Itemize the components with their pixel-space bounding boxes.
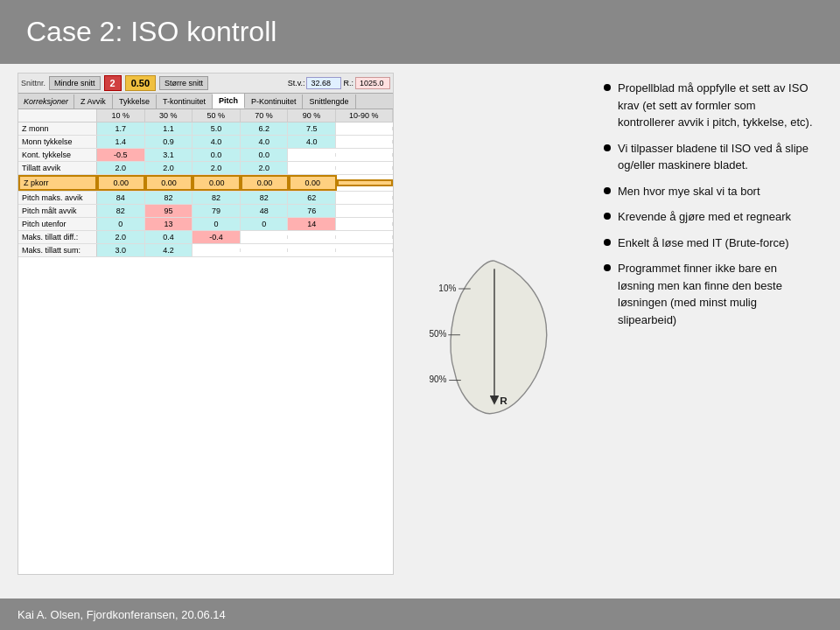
table-row: Maks. tillatt sum:3.04.2 (18, 244, 393, 257)
pitch-value: 0.50 (125, 75, 156, 91)
table-row: Maks. tillatt diff.:2.00.4-0.4 (18, 231, 393, 244)
footer-text: Kai A. Olsen, Fjordkonferansen, 20.06.14 (18, 608, 226, 621)
list-item: Propellblad må oppfylle et sett av ISO k… (604, 80, 814, 131)
svg-text:50%: 50% (429, 329, 446, 339)
tab-pitch[interactable]: Pitch (213, 94, 245, 108)
table-row: Monn tykkelse1.40.94.04.04.0 (18, 136, 393, 149)
stv-value: 32.68 (306, 77, 341, 89)
data-cell: 82 (241, 192, 289, 204)
data-cell: 3.0 (97, 244, 145, 256)
data-cell (288, 248, 336, 252)
data-cell: 82 (192, 192, 241, 204)
data-cell: -0.4 (192, 231, 241, 243)
data-cell: 2.0 (192, 162, 241, 174)
data-cell (241, 248, 289, 252)
bullet-dot-icon (604, 84, 611, 91)
r-value: 1025.0 (355, 77, 390, 89)
data-cell (336, 196, 393, 200)
pct-10: 10 % (97, 109, 145, 122)
bullet-dot-icon (604, 239, 611, 246)
data-cell (336, 235, 393, 239)
row-label: Z monn (18, 122, 97, 135)
svg-text:R: R (500, 395, 508, 407)
pct-70: 70 % (241, 109, 289, 122)
data-cell: -0.5 (97, 149, 145, 161)
tab-tkontinuitet[interactable]: T-kontinuitet (157, 94, 213, 108)
snitt-number: 2 (104, 75, 122, 91)
data-cell (336, 222, 393, 226)
stv-field: St.v.: 32.68 R.: 1025.0 (288, 77, 390, 89)
tab-snittlengde[interactable]: Snittlengde (303, 94, 355, 108)
storre-snitt-button[interactable]: Større snitt (159, 76, 208, 90)
list-item: Krevende å gjøre med et regneark (604, 208, 814, 226)
data-cell (288, 166, 336, 170)
table-row: Pitch målt avvik8295794876 (18, 205, 393, 218)
svg-text:10%: 10% (438, 284, 456, 293)
korreksjoner-label: Korreksjoner (18, 94, 74, 108)
data-cell (288, 153, 336, 157)
data-cell (336, 153, 393, 157)
bullet-text: Enkelt å løse med IT (Brute-force) (618, 234, 789, 252)
row-label: Monn tykkelse (18, 136, 97, 148)
data-cell: 2.0 (145, 162, 193, 174)
data-cell: 84 (97, 192, 145, 204)
row-label: Pitch utenfor (18, 218, 97, 230)
stv-label: St.v.: (288, 79, 305, 88)
list-item: Vi tilpasser bladene til ISO ved å slipe… (604, 140, 814, 174)
data-cell: 0.00 (192, 175, 241, 191)
pct-header-row: 10 % 30 % 50 % 70 % 90 % 10-90 % (18, 109, 393, 122)
data-cell: 7.5 (288, 122, 336, 135)
data-cell (241, 235, 289, 239)
row-label: Maks. tillatt sum: (18, 244, 97, 256)
data-cell: 95 (145, 205, 193, 217)
data-cell (192, 248, 241, 252)
data-cell: 5.0 (192, 122, 241, 135)
data-cell: 4.0 (192, 136, 241, 148)
data-cell: 0 (241, 218, 289, 230)
pct-50: 50 % (192, 109, 241, 122)
data-cell: 82 (97, 205, 145, 217)
data-cell: 6.2 (241, 122, 289, 135)
tab-tykkelse[interactable]: Tykkelse (113, 94, 157, 108)
data-cell: 76 (288, 205, 336, 217)
data-cell: 2.0 (97, 231, 145, 243)
data-cell: 0.4 (145, 231, 193, 243)
data-cell: 0.00 (97, 175, 145, 191)
data-cell: 0.00 (241, 175, 289, 191)
svg-text:90%: 90% (429, 374, 446, 384)
mindre-snitt-button[interactable]: Mindre snitt (49, 76, 101, 90)
pct-empty-label (18, 109, 97, 122)
data-cell: 0.00 (145, 175, 193, 191)
snitt-bar: Snittnr. Mindre snitt 2 0.50 Større snit… (18, 74, 393, 94)
table-row: Z monn1.71.15.06.27.5 (18, 122, 393, 136)
data-cell (336, 127, 393, 130)
data-cell: 4.0 (288, 136, 336, 148)
bullet-dot-icon (604, 264, 611, 271)
footer: Kai A. Olsen, Fjordkonferansen, 20.06.14 (0, 598, 840, 630)
tab-zavvik[interactable]: Z Avvik (74, 94, 113, 108)
data-cell: 82 (145, 192, 193, 204)
blade-diagram-area: 10% 50% 90% R (402, 90, 586, 575)
data-rows-container: Z monn1.71.15.06.27.5Monn tykkelse1.40.9… (18, 122, 393, 257)
data-cell: 1.1 (145, 122, 193, 135)
snitt-label: Snittnr. (21, 79, 46, 88)
row-label: Pitch maks. avvik (18, 192, 97, 204)
list-item: Programmet finner ikke bare en løsning m… (604, 260, 814, 328)
data-cell: 3.1 (145, 149, 193, 161)
data-cell (336, 248, 393, 252)
row-label: Maks. tillatt diff.: (18, 231, 97, 243)
row-label: Z pkorr (18, 175, 97, 191)
data-cell: 2.0 (97, 162, 145, 174)
data-cell (337, 179, 393, 186)
header: Case 2: ISO kontroll (0, 0, 840, 64)
spreadsheet-panel: Snittnr. Mindre snitt 2 0.50 Større snit… (18, 73, 394, 575)
bullet-text: Krevende å gjøre med et regneark (618, 208, 791, 226)
data-cell: 1.4 (97, 136, 145, 148)
data-cell: 48 (241, 205, 289, 217)
pct-90: 90 % (288, 109, 336, 122)
table-row: Pitch maks. avvik8482828262 (18, 192, 393, 205)
tab-pkontinuitet[interactable]: P-Kontinuitet (245, 94, 304, 108)
data-cell: 4.0 (241, 136, 289, 148)
r-label: R.: (343, 79, 354, 88)
bullet-text: Programmet finner ikke bare en løsning m… (618, 260, 814, 328)
